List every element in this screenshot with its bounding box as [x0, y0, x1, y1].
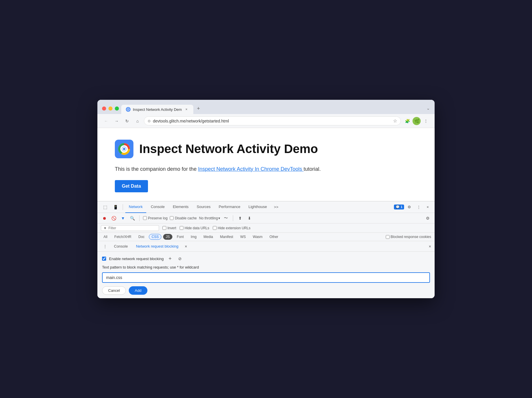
tutorial-link[interactable]: Inspect Network Activity In Chrome DevTo…	[198, 166, 304, 172]
page-description: This is the companion demo for the Inspe…	[115, 165, 417, 173]
tab-favicon	[126, 107, 131, 112]
disable-cache-checkbox[interactable]	[170, 216, 174, 220]
blocked-cookies-checkbox[interactable]	[386, 235, 390, 239]
tabs-area: Inspect Network Activity Dem × + ⌄	[121, 103, 430, 114]
devtools-more-button[interactable]: ⋮	[415, 204, 423, 210]
clear-patterns-button[interactable]: ⊘	[176, 255, 183, 262]
more-tabs-button[interactable]: >>	[272, 204, 281, 210]
extensions-button[interactable]: 🧩	[403, 117, 411, 125]
import-icon: ⬆	[238, 216, 242, 221]
security-icon: ⊙	[148, 119, 151, 123]
device-toolbar-button[interactable]: 📱	[111, 204, 120, 211]
pattern-input[interactable]	[102, 272, 430, 283]
active-tab[interactable]: Inspect Network Activity Dem ×	[121, 105, 193, 114]
minimize-window-button[interactable]	[108, 106, 113, 111]
type-filter-img[interactable]: Img	[188, 234, 199, 240]
page-logo	[115, 140, 133, 158]
preserve-log-checkbox[interactable]	[143, 216, 147, 220]
type-filter-fetchxhr[interactable]: Fetch/XHR	[112, 234, 134, 240]
type-filter-doc[interactable]: Doc	[136, 234, 147, 240]
url-input[interactable]	[153, 119, 391, 123]
search-button[interactable]: 🔍	[129, 215, 136, 222]
title-bar: Inspect Network Activity Dem × + ⌄	[97, 100, 435, 114]
type-filter-manifest[interactable]: Manifest	[217, 234, 236, 240]
record-icon: ⏺	[102, 216, 106, 221]
new-tab-button[interactable]: +	[193, 103, 203, 114]
throttle-selector[interactable]: No throttling ▾	[199, 216, 220, 220]
type-filter-media[interactable]: Media	[201, 234, 216, 240]
blocked-cookies-label[interactable]: Blocked response cookies	[386, 235, 431, 239]
filter-row: ▼ Invert Hide data URLs Hide extension U…	[97, 223, 435, 233]
record-button[interactable]: ⏺	[101, 215, 108, 222]
hide-data-urls-checkbox[interactable]	[180, 226, 183, 230]
filter-button[interactable]: ▼	[119, 215, 126, 222]
back-button[interactable]: ←	[102, 117, 110, 125]
close-blocking-tab-button[interactable]: ×	[183, 244, 189, 249]
devtools-close-button[interactable]: ×	[424, 204, 431, 210]
hide-extension-urls-checkbox[interactable]	[213, 226, 217, 230]
tab-close-button[interactable]: ×	[184, 107, 189, 112]
close-all-panels-button[interactable]: ×	[429, 244, 431, 249]
back-icon: ←	[104, 119, 108, 123]
filter-input-wrap[interactable]: ▼	[101, 225, 159, 231]
network-settings-button[interactable]: ⚙	[424, 215, 431, 222]
network-conditions-icon: 〜	[224, 216, 228, 221]
export-har-button[interactable]: ⬇	[246, 215, 253, 222]
network-conditions-button[interactable]: 〜	[222, 215, 229, 222]
add-pattern-button[interactable]: +	[167, 255, 174, 262]
type-filter-font[interactable]: Font	[174, 234, 186, 240]
add-confirm-button[interactable]: Add	[129, 286, 147, 295]
tab-lighthouse[interactable]: Lighthouse	[245, 201, 271, 213]
home-button[interactable]: ⌂	[133, 117, 142, 125]
reload-button[interactable]: ↻	[123, 117, 131, 125]
profile-button[interactable]: 🌿	[413, 117, 421, 125]
star-icon: ☆	[393, 118, 397, 124]
type-filter-js[interactable]: JS	[163, 234, 172, 240]
hide-extension-urls-label[interactable]: Hide extension URLs	[213, 226, 251, 230]
home-icon: ⌂	[136, 119, 139, 123]
reload-icon: ↻	[125, 119, 129, 123]
tab-chevron: ⌄	[426, 106, 430, 114]
close-devtools-icon: ×	[426, 205, 429, 209]
invert-checkbox[interactable]	[163, 226, 166, 230]
inspect-element-button[interactable]: ⬚	[101, 203, 110, 211]
export-icon: ⬇	[248, 216, 251, 221]
toolbar-separator	[123, 204, 123, 210]
address-bar[interactable]: ⊙ ☆	[144, 116, 401, 125]
forward-icon: →	[115, 119, 119, 123]
disable-cache-label[interactable]: Disable cache	[170, 216, 197, 220]
type-filter-wasm[interactable]: Wasm	[250, 234, 265, 240]
tab-console[interactable]: Console	[147, 201, 168, 213]
maximize-window-button[interactable]	[115, 106, 119, 111]
nav-actions: 🧩 🌿 ⋮	[403, 117, 430, 125]
tab-sources[interactable]: Sources	[193, 201, 214, 213]
type-filter-other[interactable]: Other	[267, 234, 281, 240]
invert-filter-label[interactable]: Invert	[163, 226, 176, 230]
page-content: Inspect Network Activity Demo This is th…	[97, 128, 435, 201]
filter-input[interactable]	[108, 226, 152, 230]
tab-elements[interactable]: Elements	[169, 201, 192, 213]
get-data-button[interactable]: Get Data	[115, 180, 148, 192]
type-filter-css[interactable]: CSS	[149, 234, 161, 240]
console-panel-tab[interactable]: Console	[110, 243, 131, 250]
import-har-button[interactable]: ⬆	[237, 215, 244, 222]
close-window-button[interactable]	[102, 106, 106, 111]
navigation-bar: ← → ↻ ⌂ ⊙ ☆ 🧩 🌿 ⋮	[97, 114, 435, 128]
preserve-log-label[interactable]: Preserve log	[143, 216, 167, 220]
hide-data-urls-label[interactable]: Hide data URLs	[180, 226, 209, 230]
enable-blocking-checkbox[interactable]	[102, 257, 106, 261]
toolbar-separator-3	[233, 215, 233, 221]
menu-button[interactable]: ⋮	[422, 117, 430, 125]
throttle-arrow-icon: ▾	[218, 216, 220, 220]
panel-more-button[interactable]: ⋮	[101, 243, 109, 250]
type-filter-ws[interactable]: WS	[238, 234, 248, 240]
action-buttons-row: Cancel Add	[102, 286, 430, 295]
tab-network[interactable]: Network	[125, 201, 146, 213]
type-filter-all[interactable]: All	[101, 234, 110, 240]
tab-performance[interactable]: Performance	[215, 201, 244, 213]
forward-button[interactable]: →	[113, 117, 121, 125]
network-request-blocking-tab[interactable]: Network request blocking	[133, 243, 182, 250]
cancel-button[interactable]: Cancel	[102, 286, 126, 295]
devtools-settings-button[interactable]: ⚙	[405, 204, 413, 210]
clear-log-button[interactable]: 🚫	[110, 215, 117, 222]
